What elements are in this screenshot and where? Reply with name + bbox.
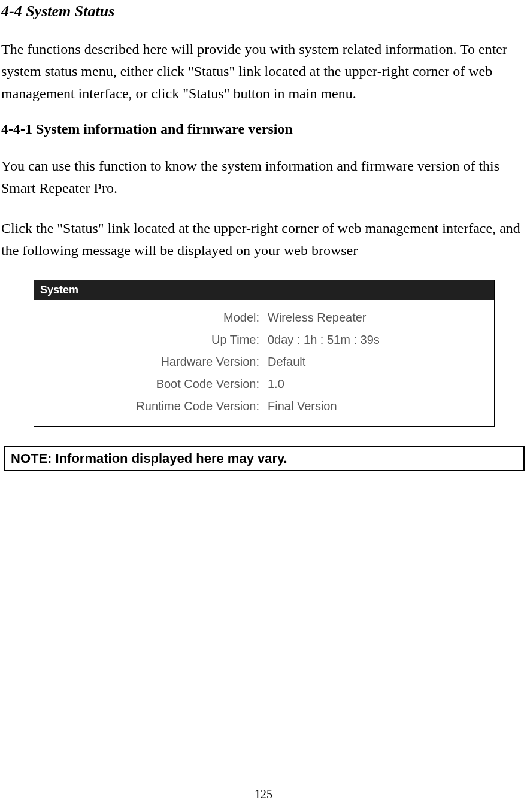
subsection-heading: 4-4-1 System information and firmware ve… [1,121,526,137]
table-row: Up Time: 0day : 1h : 51m : 39s [112,333,494,347]
runtime-version-value: Final Version [268,399,337,413]
note-box: NOTE: Information displayed here may var… [4,446,525,471]
page-number: 125 [0,787,527,801]
runtime-version-label: Runtime Code Version: [112,399,268,413]
uptime-value: 0day : 1h : 51m : 39s [268,333,380,347]
body-paragraph-1: You can use this function to know the sy… [1,155,526,199]
model-label: Model: [112,311,268,325]
bootcode-version-label: Boot Code Version: [112,377,268,391]
model-value: Wireless Repeater [268,311,367,325]
system-info-table: Model: Wireless Repeater Up Time: 0day :… [112,311,494,413]
section-heading: 4-4 System Status [1,2,526,20]
table-row: Runtime Code Version: Final Version [112,399,494,413]
system-status-screenshot: System Model: Wireless Repeater Up Time:… [34,280,495,427]
table-row: Model: Wireless Repeater [112,311,494,325]
bootcode-version-value: 1.0 [268,377,284,391]
uptime-label: Up Time: [112,333,268,347]
hardware-version-label: Hardware Version: [112,355,268,369]
hardware-version-value: Default [268,355,305,369]
table-row: Boot Code Version: 1.0 [112,377,494,391]
body-paragraph-2: Click the "Status" link located at the u… [1,217,526,262]
system-panel-header: System [34,280,494,300]
intro-paragraph: The functions described here will provid… [1,38,526,105]
table-row: Hardware Version: Default [112,355,494,369]
